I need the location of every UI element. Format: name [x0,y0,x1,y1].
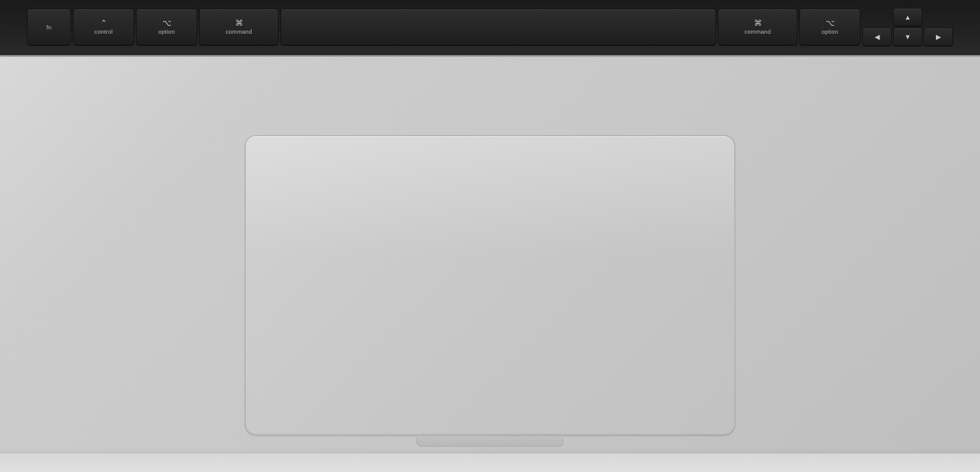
desk-surface [0,454,980,472]
fn-key-label: fn [47,24,51,31]
laptop-body: fn ⌃ control ⌥ option ⌘ command ⌘ comman… [0,0,980,472]
option-left-key[interactable]: ⌥ option [136,9,197,45]
option-left-symbol: ⌥ [162,19,172,27]
arrow-up-icon: ▲ [905,13,911,21]
keyboard-row: fn ⌃ control ⌥ option ⌘ command ⌘ comman… [0,0,980,55]
arrow-down-key[interactable]: ▼ [893,28,922,46]
option-right-symbol: ⌥ [826,19,835,27]
fn-key[interactable]: fn [27,9,71,45]
arrow-right-key[interactable]: ▶ [924,28,953,46]
option-right-key[interactable]: ⌥ option [799,9,861,45]
control-key-symbol: ⌃ [100,19,107,27]
spacebar[interactable] [281,9,716,45]
command-right-label: command [744,28,771,35]
command-right-symbol: ⌘ [754,19,762,27]
arrow-key-cluster: ▲ ◀ ▼ ▶ [862,8,953,46]
arrow-up-key[interactable]: ▲ [893,8,922,26]
trackpad-hinge-nub [417,437,564,447]
arrow-left-key[interactable]: ◀ [862,28,892,46]
arrow-down-icon: ▼ [905,33,911,40]
arrow-left-icon: ◀ [875,33,880,41]
option-right-label: option [821,28,838,35]
arrow-right-icon: ▶ [936,33,941,41]
command-right-key[interactable]: ⌘ command [718,9,797,45]
command-left-label: command [225,28,252,35]
control-key-label: control [94,28,113,35]
command-left-symbol: ⌘ [235,19,243,27]
trackpad[interactable] [245,135,735,435]
option-left-label: option [158,28,175,35]
command-left-key[interactable]: ⌘ command [199,9,279,45]
control-key[interactable]: ⌃ control [73,9,134,45]
body-surface [0,57,980,472]
